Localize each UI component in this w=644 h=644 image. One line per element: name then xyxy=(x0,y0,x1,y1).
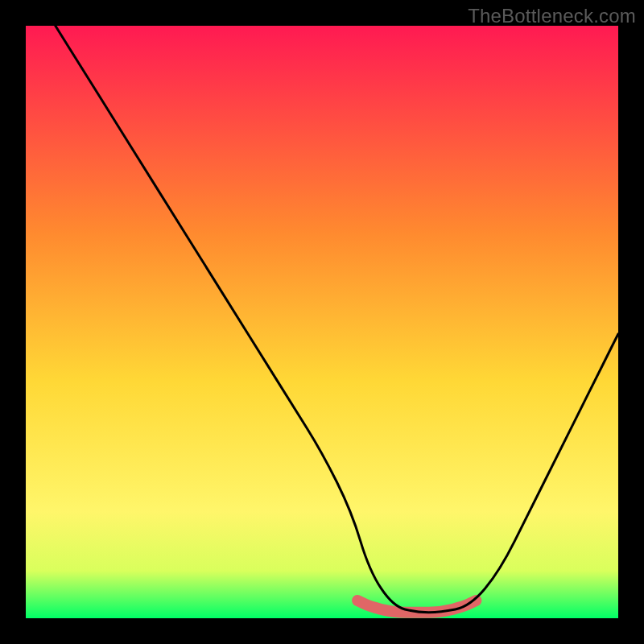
bottleneck-chart xyxy=(0,0,644,644)
plot-gradient-area xyxy=(26,26,618,618)
attribution-label: TheBottleneck.com xyxy=(468,5,636,27)
chart-container: TheBottleneck.com xyxy=(0,0,644,644)
